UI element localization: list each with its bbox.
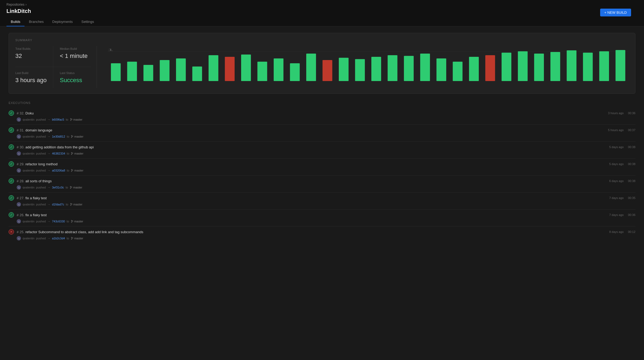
- table-row[interactable]: ✓ # 31. domain language 5 hours ago 00:3…: [9, 125, 635, 142]
- success-icon: ✓: [9, 144, 14, 150]
- table-row[interactable]: ✕ # 25. refactor Subcommand to abstract …: [9, 226, 635, 243]
- commit-hash: a03206a8: [52, 169, 65, 172]
- arrow-icon: →: [47, 152, 50, 155]
- execution-title: # 31. domain language: [17, 128, 52, 132]
- execution-title: # 27. fix a flaky test: [17, 196, 47, 200]
- summary-title: SUMMARY: [15, 39, 629, 42]
- execution-time: 8 days ago: [609, 230, 624, 233]
- to-label: to: [67, 152, 69, 155]
- username: qvalentin: [23, 118, 34, 121]
- execution-time: 7 days ago: [609, 196, 624, 200]
- svg-point-50: [70, 205, 71, 206]
- to-label: to: [66, 220, 69, 223]
- svg-text:1: 1: [108, 48, 114, 51]
- stats-grid: Total Builds 32 Median Build < 1 minute …: [15, 46, 97, 88]
- execution-duration: 00:38: [628, 179, 635, 183]
- execution-meta: q qvalentin pushed → 46382334 to master: [9, 151, 635, 156]
- execution-duration: 00:36: [628, 213, 635, 216]
- arrow-icon: →: [47, 135, 50, 138]
- avatar: q: [17, 134, 21, 139]
- svg-point-44: [71, 171, 72, 172]
- execution-duration: 00:38: [628, 145, 635, 149]
- execution-title: # 29. refactor long method: [17, 162, 58, 166]
- branch-name: master: [70, 186, 82, 189]
- username: qvalentin: [23, 237, 34, 240]
- table-row[interactable]: ✓ # 30. add getting addition data from t…: [9, 142, 635, 159]
- svg-point-41: [71, 154, 72, 155]
- svg-rect-12: [274, 58, 283, 81]
- to-label: to: [67, 169, 69, 172]
- action: pushed: [36, 220, 46, 223]
- svg-rect-25: [485, 55, 495, 81]
- to-label: to: [66, 203, 68, 206]
- svg-rect-18: [371, 57, 381, 81]
- to-label: to: [66, 118, 68, 121]
- svg-rect-33: [616, 50, 625, 81]
- execution-right: 5 days ago 00:38: [609, 162, 635, 166]
- svg-rect-11: [258, 62, 267, 81]
- success-icon: ✓: [9, 178, 14, 184]
- svg-rect-5: [160, 60, 170, 81]
- tab-settings[interactable]: Settings: [77, 18, 98, 26]
- success-icon: ✓: [9, 127, 14, 133]
- username: qvalentin: [23, 152, 34, 155]
- new-build-button[interactable]: + NEW BUILD: [600, 9, 631, 16]
- app-header: Repositories › LinkDitch BuildsBranchesD…: [0, 0, 644, 26]
- total-builds-label: Total Builds: [15, 47, 47, 50]
- execution-duration: 00:38: [628, 162, 635, 166]
- execution-title: # 32. Doku: [17, 111, 34, 115]
- svg-rect-9: [225, 57, 235, 81]
- total-builds-cell: Total Builds 32: [15, 46, 53, 67]
- arrow-icon: →: [47, 220, 50, 223]
- svg-rect-15: [323, 60, 332, 81]
- failure-icon: ✕: [9, 229, 14, 235]
- execution-meta: q qvalentin pushed → 743c6330 to master: [9, 219, 635, 223]
- svg-rect-31: [583, 53, 593, 81]
- svg-point-38: [71, 137, 72, 138]
- svg-rect-29: [551, 52, 560, 81]
- table-row[interactable]: ✓ # 26. fix a flaky test 7 days ago 00:3…: [9, 209, 635, 226]
- action: pushed: [36, 118, 46, 121]
- tab-builds[interactable]: Builds: [6, 18, 24, 26]
- executions-section: EXECUTIONS ✓ # 32. Doku 3 hours ago 00:3…: [9, 101, 635, 243]
- svg-point-56: [71, 239, 72, 240]
- arrow-icon: →: [47, 203, 50, 206]
- branch-name: master: [71, 237, 83, 240]
- table-row[interactable]: ✓ # 32. Doku 3 hours ago 00:36 q qvalent…: [9, 108, 635, 125]
- avatar: q: [17, 151, 21, 156]
- execution-time: 5 days ago: [609, 162, 624, 166]
- svg-rect-23: [453, 62, 463, 81]
- execution-right: 7 days ago 00:36: [609, 213, 635, 216]
- execution-meta: q qvalentin pushed → d1fdad7c to master: [9, 202, 635, 207]
- table-row[interactable]: ✓ # 28. all sorts of things 6 days ago 0…: [9, 176, 635, 193]
- execution-title: # 26. fix a flaky test: [17, 213, 47, 217]
- svg-point-35: [70, 120, 71, 121]
- table-row[interactable]: ✓ # 29. refactor long method 5 days ago …: [9, 159, 635, 176]
- breadcrumb-repos[interactable]: Repositories: [6, 3, 24, 6]
- svg-rect-7: [192, 67, 202, 81]
- table-row[interactable]: ✓ # 27. fix a flaky test 7 days ago 00:3…: [9, 193, 635, 209]
- svg-rect-27: [518, 51, 528, 81]
- breadcrumb[interactable]: Repositories ›: [6, 3, 638, 6]
- breadcrumb-chevron: ›: [26, 3, 27, 6]
- tabs: BuildsBranchesDeploymentsSettings: [6, 18, 638, 26]
- svg-rect-13: [290, 63, 300, 81]
- executions-title: EXECUTIONS: [9, 101, 635, 104]
- median-build-label: Median Build: [60, 47, 91, 50]
- header-info: Repositories › LinkDitch BuildsBranchesD…: [6, 3, 638, 26]
- arrow-icon: →: [47, 169, 50, 172]
- username: qvalentin: [23, 203, 34, 206]
- branch-name: master: [71, 220, 83, 223]
- header-top: Repositories › LinkDitch BuildsBranchesD…: [6, 3, 638, 26]
- success-icon: ✓: [9, 212, 14, 218]
- action: pushed: [36, 169, 46, 172]
- tab-deployments[interactable]: Deployments: [48, 18, 77, 26]
- svg-point-43: [71, 169, 72, 170]
- username: qvalentin: [23, 186, 34, 189]
- tab-branches[interactable]: Branches: [24, 18, 48, 26]
- svg-rect-22: [437, 58, 446, 81]
- summary-body: Total Builds 32 Median Build < 1 minute …: [15, 46, 629, 88]
- action: pushed: [36, 203, 46, 206]
- last-status-cell: Last Status Success: [53, 67, 91, 88]
- execution-right: 6 days ago 00:38: [609, 179, 635, 183]
